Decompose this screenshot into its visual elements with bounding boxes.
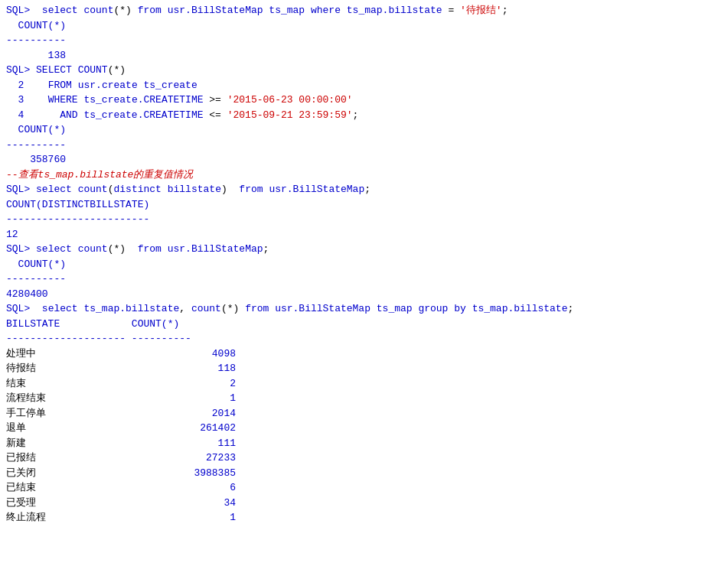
data-row-2: 待报结118 [6,361,722,376]
data-row-8: 已报结27233 [6,451,722,466]
data-row-9: 已关闭3988385 [6,466,722,481]
sql-line-6: SQL> select count(distinct billstate) fr… [6,182,722,197]
data-row-6: 退单261402 [6,421,722,436]
data-row-11: 已受理34 [6,496,722,511]
data-row-5: 手工停单2014 [6,406,722,421]
separator-4: ---------- [6,272,722,287]
separator-2: ---------- [6,138,722,153]
result-2: 358760 [6,152,722,168]
separator-3: ------------------------ [6,212,722,227]
terminal-output: SQL> select count(*) from usr.BillStateM… [6,3,722,525]
col-header-2: COUNT(*) [6,122,722,138]
data-row-12: 终止流程1 [6,510,722,525]
col-header-5: BILLSTATE COUNT(*) [6,317,722,332]
data-row-7: 新建111 [6,436,722,451]
sql-line-1: SQL> select count(*) from usr.BillStateM… [6,3,722,18]
data-row-10: 已结束6 [6,480,722,496]
col-header-3: COUNT(DISTINCTBILLSTATE) [6,197,722,213]
data-row-1: 处理中4098 [6,346,722,362]
sql-line-8: SQL> select ts_map.billstate, count(*) f… [6,301,722,317]
col-header-1: COUNT(*) [6,18,722,34]
data-row-3: 结束2 [6,376,722,392]
sql-line-4: 3 WHERE ts_create.CREATETIME >= '2015-06… [6,93,722,108]
sql-line-2: SQL> SELECT COUNT(*) [6,63,722,78]
result-1: 138 [6,48,722,63]
separator-5: -------------------- ---------- [6,331,722,346]
sql-line-7: SQL> select count(*) from usr.BillStateM… [6,242,722,257]
sql-line-3: 2 FROM usr.create ts_create [6,78,722,93]
sql-line-5: 4 AND ts_create.CREATETIME <= '2015-09-2… [6,108,722,123]
result-4: 4280400 [6,287,722,302]
col-header-4: COUNT(*) [6,257,722,272]
separator-1: ---------- [6,33,722,48]
comment-line: --查看ts_map.billstate的重复值情况 [6,168,722,183]
data-row-4: 流程结束1 [6,391,722,406]
result-3: 12 [6,227,722,242]
